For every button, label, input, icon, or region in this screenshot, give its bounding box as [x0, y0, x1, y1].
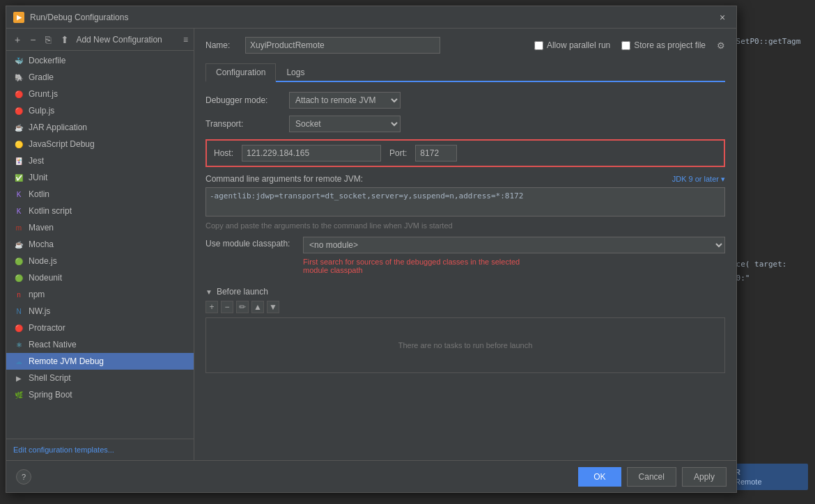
kotlin-icon: K [13, 189, 24, 200]
settings-gear-icon[interactable]: ⚙ [717, 40, 725, 51]
sidebar-item-spring-boot[interactable]: 🌿Spring Boot [6, 386, 194, 403]
gulpjs-label: Gulp.js [29, 106, 54, 116]
sidebar-item-nodejs[interactable]: 🟢Node.js [6, 253, 194, 269]
module-hint: First search for sources of the debugged… [303, 258, 725, 274]
sidebar-item-dockerfile[interactable]: 🐳Dockerfile [6, 52, 194, 69]
gulpjs-icon: 🔴 [13, 105, 24, 116]
cmd-args-label: Command line arguments for remote JVM: [205, 174, 363, 184]
nodeunit-icon: 🟢 [13, 272, 24, 283]
sidebar-item-jest[interactable]: 🃏Jest [6, 152, 194, 169]
nodeunit-label: Nodeunit [29, 273, 62, 283]
footer-right: OK Cancel Apply [578, 467, 727, 487]
debugger-mode-row: Debugger mode: Attach to remote JVMListe… [205, 92, 725, 109]
tab-logs[interactable]: Logs [276, 63, 315, 82]
moveup-config-btn[interactable]: ⬆ [58, 33, 72, 47]
sidebar-toolbar: + − ⎘ ⬆ Add New Configuration ≡ [6, 29, 194, 51]
sidebar-item-jsdebug[interactable]: 🟡JavaScript Debug [6, 136, 194, 152]
npm-icon: n [13, 289, 24, 300]
dialog-body: + − ⎘ ⬆ Add New Configuration ≡ 🐳Dockerf… [6, 29, 736, 460]
transport-label: Transport: [205, 119, 282, 129]
react-native-icon: ⚛ [13, 339, 24, 350]
edit-templates-link[interactable]: Edit configuration templates... [13, 446, 114, 454]
port-input[interactable] [415, 145, 457, 162]
transport-select[interactable]: SocketShared memory [289, 116, 401, 132]
no-tasks-label: There are no tasks to run before launch [398, 341, 533, 349]
add-new-label: Add New Configuration [76, 35, 179, 45]
help-button[interactable]: ? [16, 469, 31, 485]
pin-btn[interactable]: ≡ [183, 35, 188, 45]
jdk-link[interactable]: JDK 9 or later ▾ [672, 175, 725, 184]
host-label: Host: [214, 148, 233, 158]
before-launch-section: ▼ Before launch + − ✏ ▲ ▼ There are no t… [205, 287, 725, 373]
dialog-title: Run/Debug Configurations [30, 13, 128, 22]
sidebar-item-shell[interactable]: ▶Shell Script [6, 370, 194, 386]
kotlin-script-icon: K [13, 205, 24, 216]
allow-parallel-checkbox[interactable] [534, 41, 543, 50]
maven-icon: m [13, 222, 24, 233]
bl-add-btn[interactable]: + [205, 301, 218, 313]
junit-icon: ✅ [13, 172, 24, 183]
bl-edit-btn[interactable]: ✏ [236, 301, 249, 313]
gruntjs-label: Grunt.js [29, 89, 58, 99]
module-select[interactable]: <no module> [303, 237, 725, 253]
sidebar-item-nwjs[interactable]: NNW.js [6, 303, 194, 320]
maven-label: Maven [29, 223, 54, 233]
sidebar-item-mocha[interactable]: ☕Mocha [6, 236, 194, 253]
sidebar-item-kotlin[interactable]: KKotlin [6, 186, 194, 203]
react-native-label: React Native [29, 340, 77, 349]
cmd-args-section: Command line arguments for remote JVM: J… [205, 174, 725, 230]
tab-configuration[interactable]: Configuration [205, 63, 276, 82]
protractor-icon: 🔴 [13, 322, 24, 333]
ok-button[interactable]: OK [578, 467, 621, 487]
remove-config-btn[interactable]: − [27, 33, 38, 47]
nodejs-label: Node.js [29, 256, 57, 266]
cmd-header: Command line arguments for remote JVM: J… [205, 174, 725, 184]
sidebar-item-maven[interactable]: mMaven [6, 219, 194, 236]
allow-parallel-label: Allow parallel run [534, 40, 610, 50]
checkbox-group: Allow parallel run Store as project file… [534, 40, 725, 51]
sidebar-list: 🐳Dockerfile🐘Gradle🔴Grunt.js🔴Gulp.js☕JAR … [6, 51, 194, 439]
sidebar-item-kotlin-script[interactable]: KKotlin script [6, 203, 194, 219]
sidebar-item-protractor[interactable]: 🔴Protractor [6, 320, 194, 336]
main-content: Name: Allow parallel run Store as projec… [194, 29, 736, 460]
sidebar-item-npm[interactable]: nnpm [6, 286, 194, 303]
store-as-project-label: Store as project file [621, 40, 706, 50]
bl-up-btn[interactable]: ▲ [251, 301, 264, 313]
kotlin-label: Kotlin [29, 189, 49, 199]
close-button[interactable]: × [715, 10, 729, 24]
copy-config-btn[interactable]: ⎘ [42, 33, 54, 47]
transport-row: Transport: SocketShared memory [205, 116, 725, 132]
sidebar-item-junit[interactable]: ✅JUnit [6, 169, 194, 186]
kotlin-script-label: Kotlin script [29, 206, 72, 216]
collapse-arrow-icon[interactable]: ▼ [205, 288, 212, 296]
add-config-btn[interactable]: + [12, 33, 23, 47]
cmd-hint: Copy and paste the arguments to the comm… [205, 221, 725, 230]
apply-button[interactable]: Apply [682, 467, 727, 487]
dockerfile-label: Dockerfile [29, 56, 65, 65]
sidebar-item-gruntjs[interactable]: 🔴Grunt.js [6, 86, 194, 102]
bl-remove-btn[interactable]: − [221, 301, 233, 313]
cancel-button[interactable]: Cancel [627, 467, 676, 487]
host-port-box: Host: Port: [205, 139, 725, 167]
host-input[interactable] [242, 145, 381, 162]
cmd-args-textarea[interactable] [205, 187, 725, 216]
store-as-project-checkbox[interactable] [621, 41, 630, 50]
shell-icon: ▶ [13, 372, 24, 384]
sidebar-item-react-native[interactable]: ⚛React Native [6, 336, 194, 353]
sidebar-item-nodeunit[interactable]: 🟢Nodeunit [6, 269, 194, 286]
sidebar-item-gulpjs[interactable]: 🔴Gulp.js [6, 102, 194, 119]
port-label: Port: [389, 148, 407, 158]
jsdebug-icon: 🟡 [13, 139, 24, 150]
shell-label: Shell Script [29, 373, 71, 383]
jar-label: JAR Application [29, 123, 87, 132]
bl-down-btn[interactable]: ▼ [267, 301, 279, 313]
before-launch-header: ▼ Before launch [205, 287, 725, 297]
sidebar-item-gradle[interactable]: 🐘Gradle [6, 69, 194, 86]
debugger-mode-select[interactable]: Attach to remote JVMListen to remote JVM [289, 92, 401, 109]
sidebar-item-jar[interactable]: ☕JAR Application [6, 119, 194, 136]
sidebar-item-remote-jvm[interactable]: ☁Remote JVM Debug [6, 353, 194, 370]
remote-jvm-label: Remote JVM Debug [29, 356, 104, 366]
name-input[interactable] [245, 37, 440, 54]
gradle-icon: 🐘 [13, 72, 24, 83]
sidebar: + − ⎘ ⬆ Add New Configuration ≡ 🐳Dockerf… [6, 29, 194, 460]
